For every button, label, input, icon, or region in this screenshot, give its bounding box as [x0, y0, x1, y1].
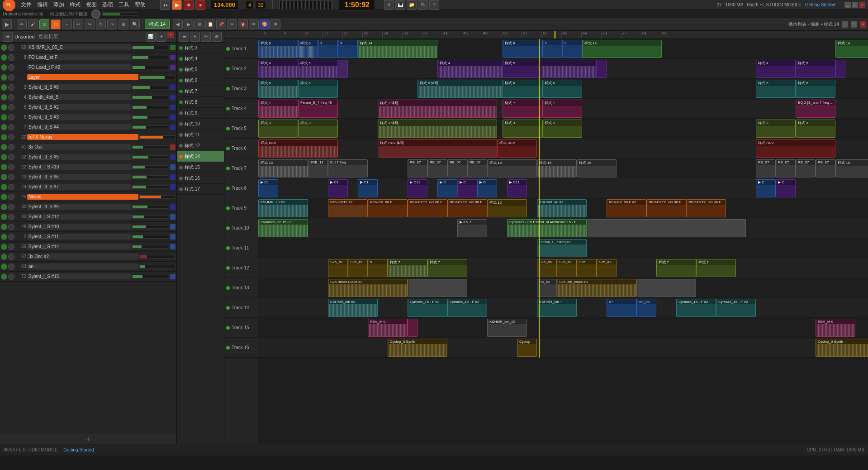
- magnet-btn[interactable]: ⊕: [119, 19, 128, 29]
- clip[interactable]: 样式 8: [258, 40, 298, 58]
- channel-row[interactable]: 5 Sylent_itl_S #2: [0, 102, 176, 112]
- channel-row[interactable]: 2 Sylent_l_S #11: [0, 232, 176, 242]
- plugin-btn[interactable]: 🔌: [418, 0, 428, 10]
- clip[interactable]: 样式 6: [298, 80, 338, 98]
- getting-started[interactable]: Getting Started: [805, 2, 835, 7]
- clip[interactable]: REV-FX_06 F: [368, 199, 408, 217]
- channel-row[interactable]: Layer: [0, 72, 176, 82]
- clip[interactable]: REV-FXT2_ers 06 F: [408, 199, 447, 217]
- clip[interactable]: KSHMR_ion +: [537, 299, 577, 317]
- ch-name[interactable]: Sylent_itl_S #9: [27, 204, 131, 210]
- track-row-10[interactable]: Cymatics_ce 15 - F ▶ K5_1 Cymatics - FX …: [258, 218, 868, 238]
- channel-row[interactable]: 6 Sylent_itl_S #3: [0, 112, 176, 122]
- clip[interactable]: 样式 15: [487, 159, 537, 177]
- track-row-7[interactable]: 样式 15 3RE_12 E.d 7 freq R: [258, 158, 868, 178]
- clip[interactable]: ▶ K5_1: [457, 219, 487, 237]
- menu-add[interactable]: 添加: [53, 1, 64, 9]
- channel-row[interactable]: 7 Sylent_itl_S #4: [0, 122, 176, 132]
- ch-active-btn[interactable]: [1, 174, 7, 180]
- ch-active-btn[interactable]: [1, 144, 7, 150]
- pattern-item-selected[interactable]: 样式 14: [177, 151, 224, 162]
- clip[interactable]: 样式 7: [388, 259, 427, 277]
- ch-active-btn[interactable]: [1, 44, 7, 51]
- search-btn[interactable]: 🔍: [130, 19, 140, 29]
- solo-btn[interactable]: 👁: [249, 19, 259, 29]
- ch-active-btn[interactable]: [1, 64, 7, 71]
- rewind-btn[interactable]: ⏮: [160, 0, 170, 10]
- add-channel-btn[interactable]: +: [0, 434, 176, 444]
- track-row-8[interactable]: ▶ C1 ▶ C1 ▶ C1 ▶ C11: [258, 178, 868, 198]
- clip[interactable]: ▶ C1: [258, 179, 278, 197]
- clip-tools[interactable]: ✂: [227, 19, 237, 29]
- ch-mute-btn[interactable]: [8, 264, 14, 270]
- clip[interactable]: 样式 7: [542, 100, 582, 118]
- clip[interactable]: ▶ C: [776, 179, 796, 197]
- clip[interactable]: 样式 7: [696, 259, 736, 277]
- clip[interactable]: REV-FXT2_ers 06 F: [686, 199, 726, 217]
- track-row-13[interactable]: S25 Break Claps #3 R6_#2: [258, 278, 868, 298]
- ch-active-btn[interactable]: [1, 184, 7, 190]
- play-btn[interactable]: ▶: [172, 0, 182, 10]
- ch-active-btn[interactable]: [1, 114, 7, 120]
- clip[interactable]: 样式 6: [503, 80, 542, 98]
- pattern-item[interactable]: 样式 3: [177, 43, 224, 53]
- ch-mute-btn[interactable]: [8, 174, 14, 180]
- clip[interactable]: 样式 15: [577, 159, 617, 177]
- clip[interactable]: 样式 14: [358, 40, 437, 58]
- channel-row[interactable]: 62 3x Osc #2: [0, 252, 176, 262]
- clip[interactable]: EQ 2 [S_and 7 freq #8]: [796, 100, 835, 118]
- clip[interactable]: 样式 6: [258, 80, 298, 98]
- freeze-btn[interactable]: ❄: [270, 19, 280, 29]
- clip[interactable]: 样式 3: [796, 120, 835, 138]
- clip[interactable]: 样式 5: [298, 60, 338, 78]
- clip[interactable]: [835, 60, 845, 78]
- ch-active-btn[interactable]: [1, 264, 7, 270]
- pattern-item[interactable]: 样式 9: [177, 108, 224, 119]
- clip[interactable]: 样式 REV: [756, 139, 835, 158]
- clip[interactable]: 样式 3: [756, 120, 796, 138]
- clip[interactable]: ▶ C: [477, 179, 497, 197]
- pattern-item[interactable]: 样式 5: [177, 64, 224, 75]
- clip[interactable]: 样式 8: [298, 40, 318, 58]
- ch-name[interactable]: Sylent_l_S #10: [27, 224, 131, 230]
- ch-name[interactable]: Sylent_l_S #14: [27, 244, 131, 249]
- fl-logo[interactable]: FL: [3, 0, 15, 11]
- clip[interactable]: RE_07: [467, 159, 487, 177]
- clip[interactable]: E.d 7 freq: [328, 159, 368, 177]
- pattern-item[interactable]: 样式 8: [177, 97, 224, 108]
- ch-name[interactable]: Sylenth_4bit_5: [27, 94, 131, 100]
- ch-name[interactable]: Sylent_itl_S #5: [27, 154, 131, 160]
- clip[interactable]: 样式 3 体现: [378, 120, 497, 138]
- clip[interactable]: 样式 3: [298, 120, 338, 138]
- clip[interactable]: Cyclop_0 Synth: [816, 339, 868, 357]
- pattern-item[interactable]: 样式 15: [177, 162, 224, 173]
- clip[interactable]: Cymatic_15 - F #2: [716, 299, 756, 317]
- ch-mute-btn[interactable]: [8, 74, 14, 81]
- clip[interactable]: RE_07: [816, 159, 835, 177]
- channel-row-nexus[interactable]: 20 reFX Nexus: [0, 132, 176, 142]
- bpm-display[interactable]: 134.000: [211, 0, 238, 10]
- clip[interactable]: 样式 7: [656, 259, 696, 277]
- clip[interactable]: S25: [577, 259, 597, 277]
- ch-name[interactable]: 3x Osc: [27, 144, 131, 150]
- ch-active-btn[interactable]: [1, 244, 7, 250]
- channel-row[interactable]: 24 Sylent_itl_S #7: [0, 182, 176, 192]
- ch-active-btn[interactable]: [1, 134, 7, 140]
- clip[interactable]: Cymatic_15 - F #2: [408, 299, 447, 317]
- clip[interactable]: 样式 4: [258, 60, 298, 78]
- clip[interactable]: 5: [368, 259, 388, 277]
- track-row-14[interactable]: KSHMR_ion #2 Cymatic_15 - F #2 Cymatic_1…: [258, 298, 868, 318]
- clip[interactable]: 样式 7 体现: [378, 100, 497, 118]
- master-pitch[interactable]: [102, 12, 138, 16]
- ch-active-btn[interactable]: [1, 74, 7, 81]
- erase-tool[interactable]: ⊘: [39, 19, 49, 29]
- track-row-6[interactable]: 样式 REV 样式 REV 体现 样式 REV: [258, 139, 868, 158]
- channel-row[interactable]: 30 Sylent_l_S #12: [0, 212, 176, 222]
- clip[interactable]: ▶ C: [437, 179, 457, 197]
- clip[interactable]: 样式 3: [503, 120, 542, 138]
- ch-mute-btn[interactable]: [8, 204, 14, 210]
- ch-mute-btn[interactable]: [8, 94, 14, 101]
- pattern-prev[interactable]: ◀: [173, 19, 183, 29]
- ch-name[interactable]: FO Lead_t F #2: [27, 64, 131, 70]
- menu-style[interactable]: 样式: [70, 1, 81, 9]
